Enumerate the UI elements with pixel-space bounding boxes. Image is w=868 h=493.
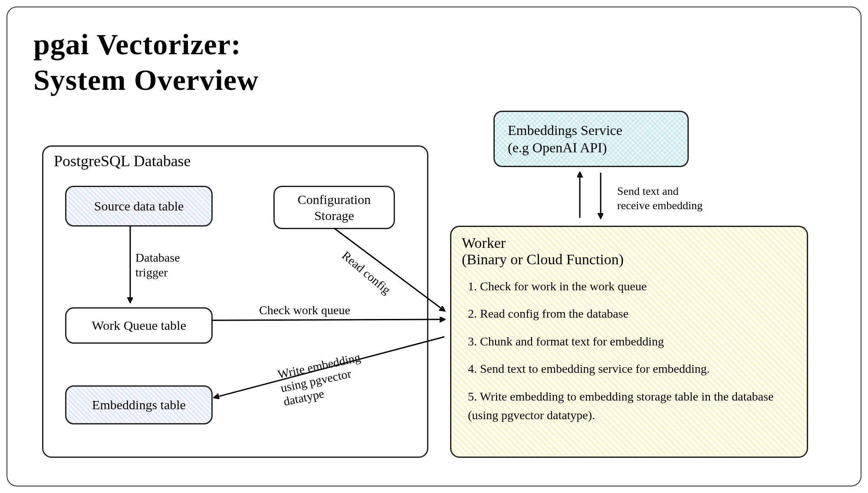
worker-step-4: 4. Send text to embedding service for em…	[468, 359, 790, 378]
postgres-container: PostgreSQL Database Source data table Co…	[42, 145, 428, 458]
page-title: pgai Vectorizer: System Overview	[33, 27, 259, 98]
embeddings-table-box: Embeddings table	[65, 385, 213, 424]
worker-title-line1: Worker	[462, 235, 796, 251]
embeddings-service-line1: Embeddings Service	[508, 122, 622, 139]
source-data-table-box: Source data table	[65, 186, 213, 227]
worker-title: Worker (Binary or Cloud Function)	[451, 227, 807, 268]
embeddings-service-line2: (e.g OpenAI API)	[508, 139, 622, 156]
worker-box: Worker (Binary or Cloud Function) 1. Che…	[450, 226, 808, 458]
title-line-1: pgai Vectorizer:	[33, 27, 259, 62]
send-recv-l2: receive embedding	[617, 199, 703, 213]
config-storage-box: Configuration Storage	[273, 186, 395, 229]
worker-title-line2: (Binary or Cloud Function)	[462, 251, 796, 268]
embeddings-table-label: Embeddings table	[92, 397, 186, 413]
postgres-title: PostgreSQL Database	[43, 147, 427, 170]
worker-step-5: 5. Write embedding to embedding storage …	[468, 387, 790, 425]
db-trigger-l2: trigger	[135, 265, 180, 280]
arrow-label-check-queue-text: Check work queue	[259, 303, 350, 317]
config-storage-label: Configuration Storage	[283, 191, 386, 224]
arrow-label-db-trigger: Databasetrigger	[135, 250, 180, 279]
title-line-2: System Overview	[33, 62, 259, 98]
worker-step-1: 1. Check for work in the work queue	[468, 277, 790, 296]
arrow-label-send-receive: Send text and receive embedding	[617, 184, 703, 213]
diagram-canvas: pgai Vectorizer: System Overview Postgre…	[7, 7, 861, 486]
work-queue-box: Work Queue table	[65, 307, 213, 344]
worker-step-2: 2. Read config from the database	[468, 304, 790, 323]
worker-step-3: 3. Chunk and format text for embedding	[468, 332, 790, 351]
worker-steps-list: 1. Check for work in the work queue 2. R…	[468, 277, 790, 433]
embeddings-service-box: Embeddings Service (e.g OpenAI API)	[493, 111, 689, 167]
send-recv-l1: Send text and	[617, 184, 703, 199]
source-data-table-label: Source data table	[94, 198, 184, 214]
work-queue-label: Work Queue table	[92, 317, 186, 334]
db-trigger-l1: Database	[135, 250, 180, 265]
arrow-label-check-queue: Check work queue	[259, 302, 350, 318]
